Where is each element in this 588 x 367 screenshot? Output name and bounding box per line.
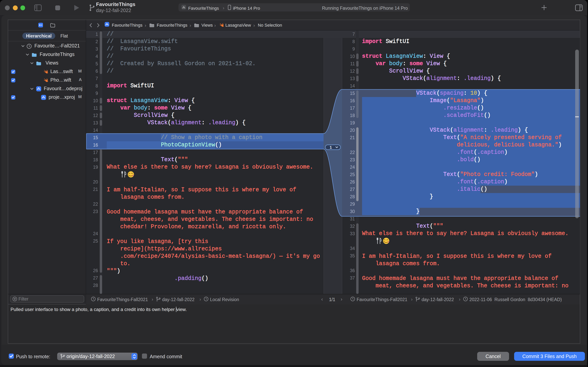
svg-text:1: 1 [330,145,332,150]
